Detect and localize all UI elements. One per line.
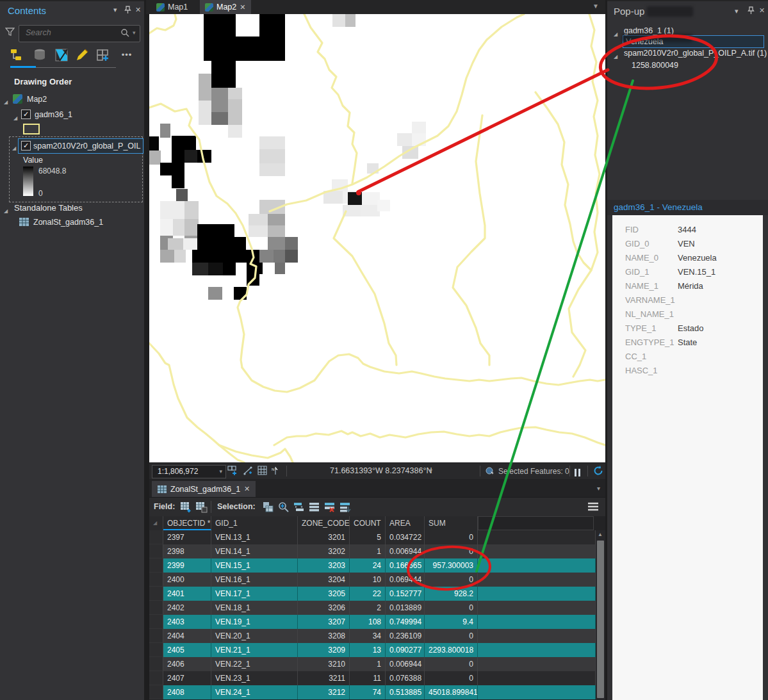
table-row[interactable]: 2398VEN.14_1320210.0069440 [149,544,605,558]
scrollbar-thumb[interactable] [597,541,604,698]
table-row[interactable]: 2407VEN.23_13211110.0763880 [149,671,605,685]
popup-gadm-expander-icon[interactable]: ◢ [614,27,617,38]
row-selector[interactable] [149,544,163,558]
row-selector[interactable] [149,530,163,544]
select-all-corner[interactable]: ◢ [149,516,163,530]
standalone-tables-expander-icon[interactable]: ◢ [4,204,8,215]
popup-spam-expander-icon[interactable]: ◢ [614,49,617,61]
row-selector[interactable] [149,643,163,657]
row-selector[interactable] [149,657,163,671]
zoom-to-selection-icon[interactable] [277,501,290,513]
field-label: GID_1 [625,267,650,277]
row-selector[interactable] [149,671,163,685]
table-row[interactable]: 2406VEN.22_1321010.0069440 [149,657,605,671]
scrollbar-up-arrow-icon[interactable]: ▲ [598,532,603,537]
coordinates-chevron-icon[interactable]: ▾ [429,467,432,474]
contents-options-ellipsis-icon[interactable]: ••• [118,47,136,64]
select-all-icon[interactable] [308,501,320,513]
search-input[interactable] [24,28,110,38]
selected-features-icon[interactable] [485,466,495,476]
column-header-count[interactable]: COUNT [350,516,386,530]
contents-close-icon[interactable]: ✕ [135,6,141,14]
table-row[interactable]: 2403VEN.19_132071080.7499949.4 [149,615,605,629]
switch-selection-icon[interactable] [293,501,305,513]
table-pane-chevron-icon[interactable]: ▾ [597,485,600,492]
map-pane-chevron-icon[interactable]: ▼ [592,3,599,10]
clear-selection-icon[interactable] [323,501,336,513]
pause-drawing-icon[interactable] [575,468,582,479]
raster-cell [160,201,184,219]
tree-item-spam-layer[interactable]: ✓ spam2010V2r0_global_P_OILP_A. [18,138,143,154]
add-field-icon[interactable] [180,501,192,513]
list-by-data-source-icon[interactable] [32,47,50,64]
spam-expander-icon[interactable]: ◢ [12,141,16,152]
table-row[interactable]: 2402VEN.18_1320620.0138890 [149,601,605,615]
gadm-expander-icon[interactable]: ◢ [13,111,17,122]
list-by-snapping-icon[interactable] [95,47,113,64]
map2-expander-icon[interactable]: ◢ [4,95,8,106]
row-selector[interactable] [149,558,163,573]
map-canvas[interactable] [149,14,605,462]
attribute-field-row: GID_0VEN [612,237,763,251]
popup-tree-spam[interactable]: spam2010V2r0_global_P_OILP_A.tif (1) [624,49,767,58]
tree-item-map2[interactable]: Map2 [27,95,47,104]
raster-cell [362,192,380,205]
attribute-field-row: GID_1VEN.15_1 [612,265,763,279]
contents-menu-chevron-icon[interactable]: ▾ [113,6,117,14]
table-row[interactable]: 2404VEN.20_13208340.2361090 [149,629,605,643]
column-header-area[interactable]: AREA [386,516,425,530]
cell-area: 0.034722 [386,530,425,544]
popup-tree-venezuela[interactable]: Venezuela [623,35,764,48]
tree-item-zonalst-table[interactable]: ZonalSt_gadm36_1 [33,218,103,227]
select-by-attributes-icon[interactable] [262,501,274,513]
table-tab-close-icon[interactable]: ✕ [244,485,250,493]
calculate-field-icon[interactable] [195,501,208,513]
column-header-zone[interactable]: ZONE_CODE [298,516,350,530]
row-selector[interactable] [149,573,163,587]
row-selector[interactable] [149,601,163,615]
scale-selector[interactable]: 1:1,806,972 ▾ [152,465,226,478]
filter-icon[interactable] [5,27,15,37]
admin-boundary [149,343,244,462]
popup-tree-raster-value[interactable]: 1258.800049 [632,61,678,70]
gadm-visibility-checkbox[interactable]: ✓ [21,110,31,119]
list-by-drawing-order-icon[interactable] [9,47,27,64]
tab-map2[interactable]: Map2 ✕ [200,0,251,14]
table-row[interactable]: 2401VEN.17_13205220.152777928.2 [149,587,605,601]
list-by-editing-icon[interactable] [74,47,92,64]
refresh-icon[interactable] [592,465,604,476]
contents-pin-icon[interactable] [124,6,131,14]
table-row[interactable]: 2399VEN.15_13203240.166665957.300003 [149,558,605,573]
popup-menu-chevron-icon[interactable]: ▾ [735,7,739,15]
column-header-objectid[interactable]: OBJECTID * [163,516,211,530]
tree-item-gadm36-1[interactable]: gadm36_1 [35,110,72,119]
search-icon[interactable] [120,28,129,37]
row-selector[interactable] [149,615,163,629]
table-row[interactable]: 2397VEN.13_1320150.0347220 [149,530,605,544]
table-row[interactable]: 2408VEN.24_13212740.51388545018.899841 [149,685,605,699]
delete-selection-icon[interactable] [339,501,351,513]
row-selector[interactable] [149,587,163,601]
north-arrow-icon[interactable]: N [271,466,281,476]
tab-map1[interactable]: Map1 [151,0,193,14]
table-row[interactable]: 2405VEN.21_13209130.0902772293.800018 [149,643,605,657]
list-by-selection-icon[interactable] [54,47,72,64]
gadm-polygon-swatch[interactable] [23,124,40,134]
grid-icon[interactable] [257,466,267,475]
measure-icon[interactable] [243,466,254,476]
column-header-gid[interactable]: GID_1 [211,516,298,530]
snapping-icon[interactable] [227,466,238,476]
row-selector[interactable] [149,629,163,643]
field-label: FID [625,225,639,234]
popup-close-icon[interactable]: ✕ [759,6,765,15]
column-header-sum[interactable]: SUM [425,516,478,530]
spam-visibility-checkbox[interactable]: ✓ [21,141,31,151]
table-row[interactable]: 2400VEN.16_13204100.0694440 [149,573,605,587]
row-selector[interactable] [149,685,163,699]
search-options-chevron-icon[interactable]: ▾ [133,29,136,36]
popup-pin-icon[interactable] [748,6,755,15]
map2-tab-close-icon[interactable]: ✕ [240,3,245,12]
table-menu-icon[interactable] [587,501,599,512]
table-vertical-scrollbar[interactable]: ▲ [596,530,605,700]
tab-zonalst-table[interactable]: ZonalSt_gadm36_1 ✕ [152,481,256,497]
